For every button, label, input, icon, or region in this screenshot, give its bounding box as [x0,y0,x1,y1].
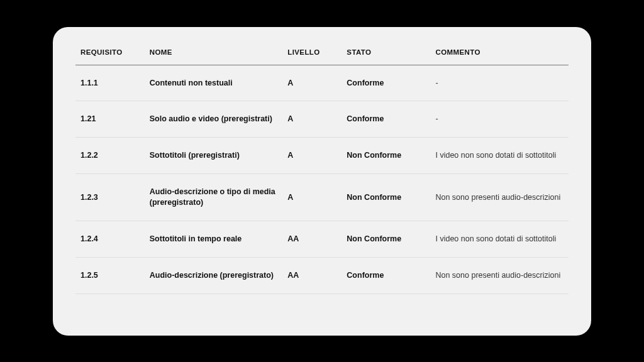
cell-stato: Conforme [341,65,430,101]
cell-commento: Non sono presenti audio-descrizioni [430,174,569,221]
cell-stato: Conforme [341,257,430,293]
cell-livello: AA [282,257,341,293]
table-row: 1.2.2 Sottotitoli (preregistrati) A Non … [75,138,569,174]
cell-stato: Non Conforme [341,221,430,257]
cell-commento: Non sono presenti audio-descrizioni [430,257,569,293]
cell-livello: A [282,138,341,174]
cell-livello: AA [282,221,341,257]
cell-livello: A [282,174,341,221]
table-row: 1.1.1 Contenuti non testuali A Conforme … [75,65,569,101]
cell-nome: Contenuti non testuali [145,65,283,101]
cell-nome: Sottotitoli (preregistrati) [145,138,283,174]
cell-nome: Sottotitoli in tempo reale [145,221,283,257]
cell-requisito: 1.2.4 [75,221,145,257]
header-nome: NOME [145,45,283,65]
cell-commento: - [430,101,569,138]
cell-livello: A [282,101,341,138]
cell-stato: Non Conforme [341,174,430,221]
table-header-row: REQUISITO NOME LIVELLO STATO COMMENTO [75,45,569,65]
cell-commento: I video non sono dotati di sottotitoli [430,138,569,174]
cell-nome: Audio-descrizione (preregistrato) [145,257,283,293]
cell-requisito: 1.2.5 [75,257,145,293]
header-commento: COMMENTO [430,45,569,65]
cell-nome: Solo audio e video (preregistrati) [145,101,283,138]
compliance-card: REQUISITO NOME LIVELLO STATO COMMENTO 1.… [53,27,591,336]
cell-requisito: 1.1.1 [75,65,145,101]
cell-nome: Audio-descrizione o tipo di media (prere… [145,174,283,221]
table-row: 1.21 Solo audio e video (preregistrati) … [75,101,569,138]
header-requisito: REQUISITO [75,45,145,65]
compliance-table: REQUISITO NOME LIVELLO STATO COMMENTO 1.… [75,45,569,294]
cell-commento: - [430,65,569,101]
cell-stato: Conforme [341,101,430,138]
table-row: 1.2.5 Audio-descrizione (preregistrato) … [75,257,569,293]
cell-requisito: 1.2.3 [75,174,145,221]
cell-livello: A [282,65,341,101]
cell-requisito: 1.2.2 [75,138,145,174]
table-row: 1.2.3 Audio-descrizione o tipo di media … [75,174,569,221]
cell-stato: Non Conforme [341,138,430,174]
cell-commento: I video non sono dotati di sottotitoli [430,221,569,257]
cell-requisito: 1.21 [75,101,145,138]
table-row: 1.2.4 Sottotitoli in tempo reale AA Non … [75,221,569,257]
header-livello: LIVELLO [282,45,341,65]
header-stato: STATO [341,45,430,65]
